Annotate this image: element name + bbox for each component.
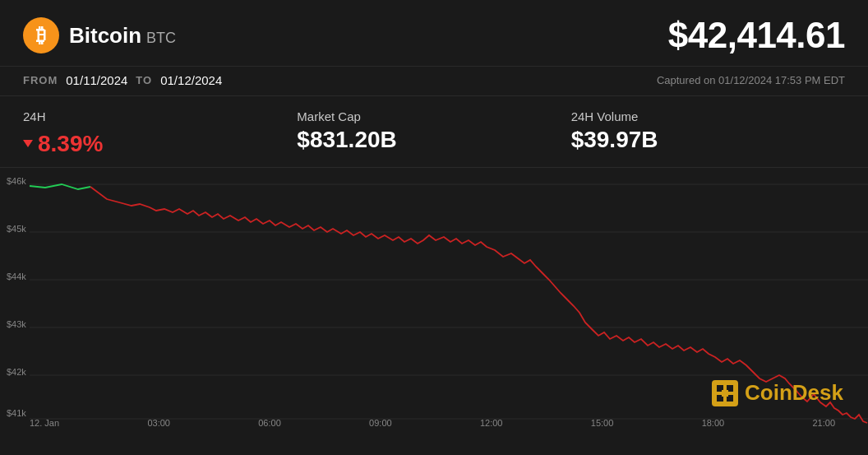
green-segment	[30, 184, 90, 189]
x-label-0900: 09:00	[369, 418, 392, 428]
captured-text: Captured on 01/12/2024 17:53 PM EDT	[657, 74, 845, 86]
date-range: FROM 01/11/2024 TO 01/12/2024	[23, 73, 222, 87]
x-axis-labels: 12. Jan 03:00 06:00 09:00 12:00 15:00 18…	[0, 418, 868, 428]
change-label: 24H	[23, 109, 297, 123]
price: $42,414.61	[668, 15, 845, 56]
to-date: 01/12/2024	[160, 73, 222, 87]
market-cap-value: $831.20B	[297, 127, 570, 153]
coindesk-watermark: CoinDesk	[710, 378, 843, 408]
coin-ticker: BTC	[146, 30, 176, 46]
y-label-45k: $45k	[7, 224, 26, 234]
y-label-41k: $41k	[7, 408, 26, 418]
coindesk-logo: CoinDesk	[710, 378, 843, 408]
change-indicator: 8.39%	[23, 131, 103, 157]
to-label: TO	[136, 74, 152, 86]
x-label-1500: 15:00	[591, 418, 614, 428]
x-label-2100: 21:00	[812, 418, 835, 428]
date-row: FROM 01/11/2024 TO 01/12/2024 Captured o…	[0, 67, 868, 96]
y-label-43k: $43k	[7, 319, 26, 329]
logo-section: ₿ BitcoinBTC	[23, 17, 176, 53]
market-cap-label: Market Cap	[297, 109, 570, 123]
chart-container: $46k $45k $44k $43k $42k $41k 12. Jan 03…	[0, 168, 868, 431]
svg-rect-11	[722, 390, 728, 397]
stats-row: 24H 8.39% Market Cap $831.20B 24H Volume…	[0, 96, 868, 168]
coin-name: Bitcoin	[69, 23, 141, 48]
y-label-42k: $42k	[7, 367, 26, 377]
down-arrow-icon	[23, 140, 33, 147]
volume-stat: 24H Volume $39.97B	[571, 109, 845, 157]
x-label-0600: 06:00	[258, 418, 281, 428]
volume-label: 24H Volume	[571, 109, 845, 123]
volume-value: $39.97B	[571, 127, 845, 153]
header: ₿ BitcoinBTC $42,414.61	[0, 0, 868, 67]
coindesk-icon	[710, 378, 740, 408]
change-stat: 24H 8.39%	[23, 109, 297, 157]
coindesk-text: CoinDesk	[745, 380, 843, 406]
coin-info: BitcoinBTC	[69, 23, 176, 49]
x-label-1200: 12:00	[480, 418, 503, 428]
from-label: FROM	[23, 74, 58, 86]
from-date: 01/11/2024	[66, 73, 127, 87]
x-label-0300: 03:00	[147, 418, 170, 428]
x-label-jan12: 12. Jan	[30, 418, 59, 428]
y-label-46k: $46k	[7, 176, 26, 186]
y-label-44k: $44k	[7, 272, 26, 281]
change-value: 8.39%	[23, 127, 297, 157]
market-cap-stat: Market Cap $831.20B	[297, 109, 570, 157]
btc-icon: ₿	[23, 17, 59, 53]
x-label-1800: 18:00	[702, 418, 725, 428]
